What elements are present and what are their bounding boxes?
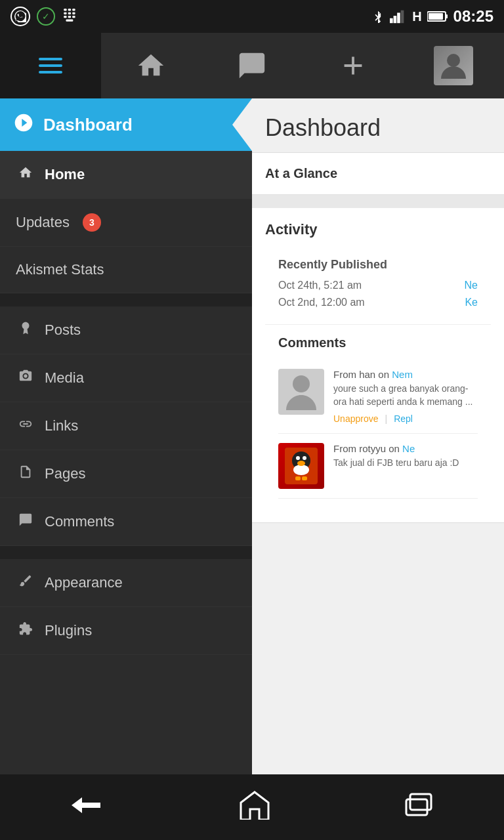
unapprove-button-1[interactable]: Unapprove bbox=[333, 413, 379, 424]
svg-rect-15 bbox=[446, 14, 448, 18]
svg-point-21 bbox=[293, 465, 309, 475]
activity-title: Activity bbox=[265, 221, 491, 238]
links-icon bbox=[16, 417, 35, 435]
nav-add-button[interactable] bbox=[303, 33, 404, 98]
sidebar-header: Dashboard bbox=[0, 98, 252, 151]
home-nav-button[interactable] bbox=[240, 791, 270, 824]
svg-rect-6 bbox=[64, 16, 66, 18]
comment-post-link-1[interactable]: Nem bbox=[392, 369, 413, 380]
blackberry-icon bbox=[62, 7, 79, 27]
svg-rect-1 bbox=[68, 9, 71, 10]
svg-rect-0 bbox=[64, 9, 66, 10]
content-header: Dashboard bbox=[252, 98, 504, 153]
published-date-1: Oct 24th, 5:21 am bbox=[278, 280, 362, 291]
svg-rect-16 bbox=[429, 13, 443, 20]
published-date-2: Oct 2nd, 12:00 am bbox=[278, 297, 365, 308]
sidebar-item-home-label: Home bbox=[45, 166, 85, 183]
battery-icon bbox=[427, 10, 448, 22]
svg-rect-5 bbox=[72, 12, 75, 14]
recents-nav-button[interactable] bbox=[405, 793, 436, 822]
published-item-1: Oct 24th, 5:21 am Ne bbox=[278, 280, 478, 291]
comment-avatar-1 bbox=[278, 369, 324, 415]
sidebar-divider-1 bbox=[0, 293, 252, 306]
sidebar-item-pages[interactable]: Pages bbox=[0, 450, 252, 498]
comment-item-1: From han on Nem youre such a grea banyak… bbox=[278, 360, 478, 434]
appearance-icon bbox=[16, 574, 35, 592]
home-menu-icon bbox=[16, 165, 35, 184]
sidebar-item-comments[interactable]: Comments bbox=[0, 498, 252, 546]
sidebar-item-home[interactable]: Home bbox=[0, 151, 252, 199]
comment-content-2: From rotyyu on Ne Tak jual di FJB teru b… bbox=[333, 443, 478, 489]
hamburger-icon bbox=[39, 58, 62, 74]
sidebar-item-media-label: Media bbox=[45, 369, 84, 387]
sidebar-item-akismet-label: Akismet Stats bbox=[16, 261, 104, 278]
action-separator-1: | bbox=[385, 413, 388, 424]
nav-profile-button[interactable] bbox=[403, 33, 504, 98]
svg-rect-7 bbox=[68, 16, 71, 18]
whatsapp-icon bbox=[10, 7, 30, 26]
section-separator bbox=[252, 195, 504, 208]
pages-icon bbox=[16, 465, 35, 483]
comment-text-2: Tak jual di FJB teru baru aja :D bbox=[333, 457, 478, 470]
svg-rect-2 bbox=[72, 9, 75, 10]
sidebar-item-posts[interactable]: Posts bbox=[0, 306, 252, 354]
svg-rect-10 bbox=[390, 18, 393, 23]
comment-post-link-2[interactable]: Ne bbox=[402, 443, 415, 454]
svg-rect-26 bbox=[302, 476, 307, 480]
sidebar-item-akismet[interactable]: Akismet Stats bbox=[0, 247, 252, 293]
profile-avatar bbox=[434, 46, 473, 85]
sidebar-item-updates-label: Updates bbox=[16, 214, 70, 231]
sidebar: Dashboard Home Updates 3 Akismet Stats bbox=[0, 98, 252, 840]
status-icons-left: ✓ bbox=[10, 7, 79, 27]
svg-rect-12 bbox=[397, 12, 400, 23]
comment-item-2: From rotyyu on Ne Tak jual di FJB teru b… bbox=[278, 434, 478, 499]
sidebar-item-links[interactable]: Links bbox=[0, 402, 252, 450]
recently-published-section: Recently Published Oct 24th, 5:21 am Ne … bbox=[265, 247, 491, 325]
svg-point-23 bbox=[303, 456, 306, 460]
reply-button-1[interactable]: Repl bbox=[394, 413, 413, 424]
comment-text-1: youre such a grea banyak orang-ora hati … bbox=[333, 383, 478, 408]
plugins-icon bbox=[16, 621, 35, 640]
comments-section: Comments From han on Nem y bbox=[265, 325, 491, 509]
comments-sidebar-icon bbox=[16, 513, 35, 531]
sidebar-item-appearance-label: Appearance bbox=[45, 574, 123, 591]
status-bar: ✓ bbox=[0, 0, 504, 33]
posts-icon bbox=[16, 321, 35, 339]
back-nav-button[interactable] bbox=[68, 793, 104, 822]
network-type-label: H bbox=[412, 9, 421, 24]
sidebar-item-media[interactable]: Media bbox=[0, 354, 252, 402]
home-nav-icon bbox=[136, 51, 166, 81]
signal-icon bbox=[390, 9, 407, 24]
main-area: Dashboard Home Updates 3 Akismet Stats bbox=[0, 98, 504, 840]
sidebar-arrow bbox=[232, 98, 252, 151]
svg-rect-4 bbox=[68, 12, 71, 14]
svg-point-18 bbox=[293, 375, 310, 392]
published-link-2[interactable]: Ke bbox=[465, 297, 478, 308]
comment-from-1: From han on Nem bbox=[333, 369, 478, 380]
menu-button[interactable] bbox=[0, 33, 101, 98]
sidebar-item-links-label: Links bbox=[45, 417, 78, 434]
sidebar-item-updates[interactable]: Updates 3 bbox=[0, 199, 252, 247]
nav-comments-button[interactable] bbox=[201, 33, 303, 98]
comment-avatar-2 bbox=[278, 443, 324, 489]
sidebar-title: Dashboard bbox=[43, 115, 133, 135]
sidebar-item-plugins[interactable]: Plugins bbox=[0, 607, 252, 655]
sidebar-item-posts-label: Posts bbox=[45, 322, 81, 339]
nav-home-button[interactable] bbox=[101, 33, 202, 98]
comments-section-title: Comments bbox=[278, 335, 478, 350]
published-link-1[interactable]: Ne bbox=[465, 280, 478, 291]
content-panel: Dashboard At a Glance Activity Recently … bbox=[252, 98, 504, 840]
svg-rect-25 bbox=[295, 476, 301, 480]
comment-from-2: From rotyyu on Ne bbox=[333, 443, 478, 454]
sidebar-item-plugins-label: Plugins bbox=[45, 622, 92, 639]
android-nav-bar bbox=[0, 774, 504, 840]
comment-nav-icon bbox=[237, 51, 267, 81]
add-nav-icon bbox=[338, 51, 368, 81]
sidebar-item-appearance[interactable]: Appearance bbox=[0, 559, 252, 607]
clock-label: 08:25 bbox=[453, 7, 494, 26]
at-a-glance-title: At a Glance bbox=[265, 166, 337, 180]
sidebar-menu: Home Updates 3 Akismet Stats Posts bbox=[0, 151, 252, 655]
bluetooth-icon bbox=[371, 10, 385, 23]
comment-actions-1: Unapprove | Repl bbox=[333, 413, 478, 424]
recently-published-title: Recently Published bbox=[278, 258, 478, 272]
